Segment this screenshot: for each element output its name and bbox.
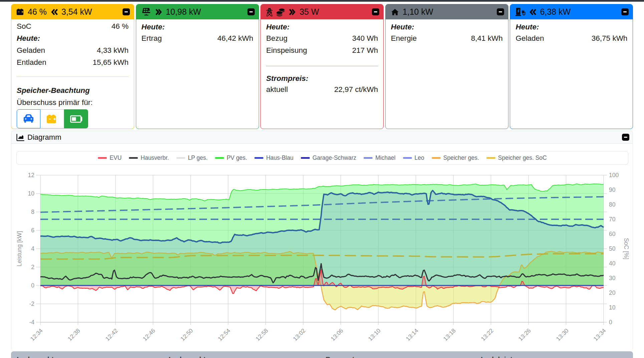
svg-text:13:02: 13:02 [292,327,307,342]
svg-text:12:50: 12:50 [179,327,194,342]
svg-text:13:06: 13:06 [330,327,345,342]
svg-text:SoC [%]: SoC [%] [623,238,630,259]
svg-text:13:18: 13:18 [442,327,457,342]
svg-text:13:10: 13:10 [367,327,382,342]
svg-text:10: 10 [28,190,35,197]
svg-text:13:26: 13:26 [517,327,532,342]
svg-text:0: 0 [609,319,612,326]
svg-text:40: 40 [609,260,616,267]
svg-text:10: 10 [609,304,616,311]
svg-text:13:14: 13:14 [405,327,420,342]
svg-text:80: 80 [609,201,616,208]
svg-text:60: 60 [609,231,616,237]
svg-text:13:34: 13:34 [592,327,607,342]
svg-text:12: 12 [28,172,34,178]
svg-text:90: 90 [609,187,616,193]
svg-text:12:54: 12:54 [217,327,232,342]
svg-text:Leistung [kW]: Leistung [kW] [16,231,23,266]
svg-text:13:22: 13:22 [480,327,495,342]
svg-text:12:38: 12:38 [66,327,81,342]
svg-text:-4: -4 [29,319,34,326]
svg-text:12:58: 12:58 [254,327,269,342]
svg-text:70: 70 [609,216,616,223]
svg-text:-2: -2 [29,301,34,307]
svg-text:50: 50 [609,245,616,252]
svg-text:4: 4 [31,245,34,252]
svg-text:8: 8 [31,209,34,215]
svg-text:30: 30 [609,275,616,281]
svg-text:20: 20 [609,289,616,296]
svg-text:6: 6 [31,227,34,234]
svg-text:0: 0 [31,282,34,289]
svg-text:13:30: 13:30 [555,327,570,342]
svg-text:12:46: 12:46 [142,327,157,342]
svg-text:12:42: 12:42 [104,327,119,342]
svg-text:100: 100 [609,172,619,178]
svg-text:2: 2 [31,264,34,270]
svg-text:12:34: 12:34 [29,327,44,342]
